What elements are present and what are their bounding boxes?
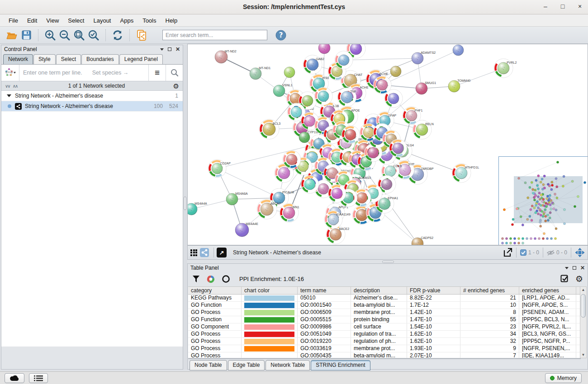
filter-icon[interactable] — [192, 275, 200, 283]
scroll-down-icon[interactable]: ▼ — [581, 353, 585, 357]
memory-button[interactable]: Memory — [545, 373, 582, 383]
network-share-icon[interactable] — [200, 247, 209, 258]
float-panel-icon[interactable] — [573, 266, 576, 270]
tab-node-table[interactable]: Node Table — [190, 360, 227, 370]
string-terms-input[interactable]: Enter one term per line. Set species → — [19, 65, 148, 81]
refresh-button[interactable] — [110, 28, 125, 42]
network-node[interactable]: CD2AP — [208, 159, 231, 178]
network-node[interactable] — [384, 89, 403, 108]
network-node[interactable] — [335, 51, 353, 69]
network-node[interactable]: MS4A6A — [226, 192, 248, 205]
scroll-up-icon[interactable]: ▲ — [581, 288, 585, 292]
table-row[interactable]: GO ProcessGO:0051049regulation of tra...… — [188, 331, 581, 338]
panel-menu-icon[interactable] — [160, 48, 164, 51]
network-node[interactable] — [314, 87, 332, 105]
task-list-button[interactable] — [29, 373, 48, 383]
network-node[interactable] — [283, 150, 301, 169]
network-node[interactable]: MT-ND1 — [250, 66, 270, 80]
open-session-button[interactable] — [5, 28, 19, 42]
network-node[interactable]: MS4A4A — [188, 202, 207, 215]
table-row[interactable]: GO ProcessGO:0019220regulation of ph...1… — [188, 338, 581, 345]
network-node[interactable]: CADPS2 — [412, 236, 433, 245]
string-options-menu-icon[interactable]: ≡ — [148, 65, 166, 81]
network-node[interactable]: MTHFD1L — [452, 164, 479, 183]
close-panel-icon[interactable]: ✕ — [580, 265, 585, 271]
table-row[interactable]: GO ProcessGO:0050435beta-amyloid m...2.0… — [188, 352, 581, 358]
birdseye-toggle-icon[interactable] — [575, 247, 585, 258]
tab-string-enrichment[interactable]: STRING Enrichment — [311, 360, 370, 370]
string-protein-query-dropdown[interactable]: STRING — [1, 65, 19, 81]
scrollbar-thumb[interactable] — [581, 294, 586, 318]
menu-item-edit[interactable]: Edit — [23, 15, 41, 26]
network-node[interactable] — [318, 44, 330, 54]
menu-item-file[interactable]: File — [5, 15, 22, 26]
tab-network-table[interactable]: Network Table — [266, 360, 310, 370]
column-header-chart-color[interactable]: chart color — [242, 287, 298, 294]
table-row[interactable]: KEGG Pathways05010Alzheimer's dise...8.8… — [188, 295, 581, 302]
maximize-button[interactable]: □ — [559, 3, 566, 10]
column-header-FDR-p-value[interactable]: FDR p-value — [407, 287, 460, 294]
birdseye-overview-panel[interactable] — [498, 156, 588, 245]
table-row[interactable]: GO ComponentGO:0009986cell surface1.54E-… — [188, 323, 581, 331]
network-node[interactable] — [390, 66, 401, 77]
zoom-in-button[interactable] — [43, 28, 57, 42]
network-node[interactable] — [301, 175, 319, 193]
panel-menu-icon[interactable] — [565, 267, 569, 269]
network-node[interactable] — [284, 67, 295, 78]
network-node[interactable]: MS4A4E — [235, 222, 258, 237]
network-node[interactable]: PVRL2 — [494, 59, 517, 78]
table-vertical-scrollbar[interactable]: ▲ ▼ — [580, 286, 587, 358]
help-button[interactable]: ? — [274, 28, 288, 42]
column-header-term-name[interactable]: term name — [298, 287, 351, 294]
tab-edge-table[interactable]: Edge Table — [228, 360, 265, 370]
cloud-button[interactable] — [5, 373, 24, 383]
set-species-link[interactable]: Set species → — [92, 70, 129, 76]
vertical-splitter[interactable] — [183, 45, 187, 370]
network-tree-row[interactable]: String Network - Alzheimer's disease1 — [1, 91, 183, 101]
network-node[interactable] — [328, 184, 346, 202]
detach-view-icon[interactable]: ↗ — [217, 248, 227, 258]
minimize-button[interactable]: – — [542, 3, 549, 10]
network-node[interactable]: TOMM40 — [448, 79, 470, 92]
column-header-category[interactable]: category — [188, 287, 242, 294]
network-options-gear-icon[interactable]: ⚙ — [173, 83, 179, 89]
network-node[interactable]: BCL3 — [259, 119, 280, 139]
save-session-button[interactable] — [19, 28, 33, 42]
zoom-out-button[interactable] — [57, 28, 72, 42]
network-view[interactable]: MT-ND2MT-ND1VSNL1GAB2IRS1IL1BCHATBCHEACH… — [187, 44, 588, 245]
network-node[interactable]: SMUG1 — [416, 81, 436, 94]
column-header--enriched-genes[interactable]: # enriched genes — [460, 287, 519, 294]
table-row[interactable]: GO FunctionGO:0005515protein binding1.47… — [188, 316, 581, 323]
network-node[interactable]: RELN — [413, 120, 434, 139]
menu-item-select[interactable]: Select — [64, 15, 88, 26]
menu-item-tools[interactable]: Tools — [138, 15, 160, 26]
tab-boundaries[interactable]: Boundaries — [81, 54, 119, 64]
table-settings-gear-icon[interactable]: ⚙ — [575, 275, 583, 283]
table-row[interactable]: GO ProcessGO:0006509membrane prot...1.42… — [188, 309, 581, 316]
search-input[interactable] — [162, 30, 267, 40]
column-header-enriched-genes[interactable]: enriched genes — [519, 287, 576, 294]
collapse-all-icon[interactable]: ∨∨ — [5, 84, 10, 89]
column-header-description[interactable]: description — [351, 287, 407, 294]
network-node[interactable]: KIAA1149 — [324, 211, 351, 229]
menu-item-apps[interactable]: Apps — [116, 15, 138, 26]
splitter-grip[interactable] — [382, 261, 394, 263]
copy-network-button[interactable] — [134, 28, 149, 42]
tab-network[interactable]: Network — [3, 54, 33, 64]
export-network-icon[interactable] — [503, 247, 512, 258]
reset-charts-icon[interactable] — [222, 275, 230, 283]
network-node[interactable] — [453, 45, 464, 56]
network-grid-view-icon[interactable] — [190, 247, 197, 258]
close-button[interactable]: × — [576, 3, 583, 10]
close-panel-icon[interactable]: ✕ — [175, 47, 180, 52]
menu-item-layout[interactable]: Layout — [89, 15, 115, 26]
select-columns-icon[interactable] — [560, 275, 569, 283]
network-node[interactable] — [389, 139, 407, 157]
tab-legend-panel[interactable]: Legend Panel — [119, 54, 163, 64]
network-tree-row[interactable]: String Network - Alzheimer's disease1005… — [1, 101, 183, 112]
tab-select[interactable]: Select — [56, 54, 81, 64]
network-node[interactable]: MT-ND2 — [215, 50, 237, 64]
float-panel-icon[interactable] — [168, 47, 171, 51]
menu-item-view[interactable]: View — [42, 15, 63, 26]
horizontal-splitter[interactable] — [187, 260, 588, 263]
